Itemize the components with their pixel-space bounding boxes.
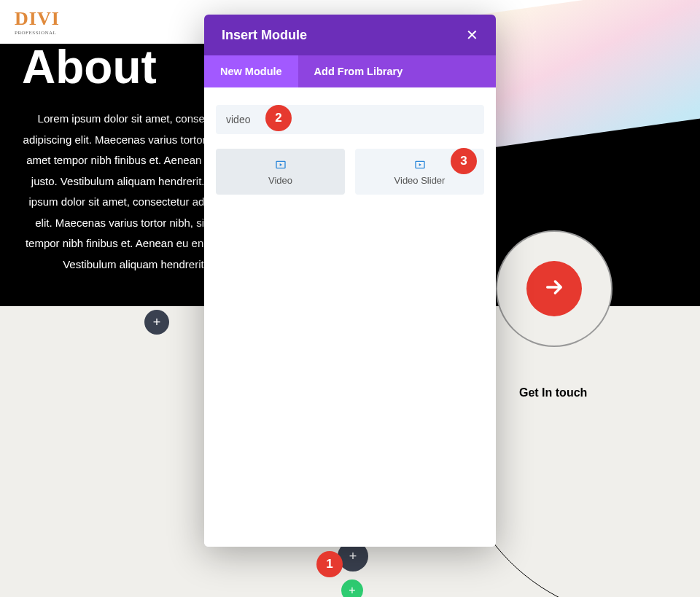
- plus-icon: +: [349, 584, 355, 597]
- tab-new-module[interactable]: New Module: [204, 55, 298, 87]
- module-search-input[interactable]: [216, 105, 484, 134]
- close-icon[interactable]: ✕: [466, 26, 478, 44]
- add-section-button[interactable]: +: [144, 310, 169, 335]
- tab-add-from-library[interactable]: Add From Library: [298, 55, 496, 87]
- play-button[interactable]: [526, 261, 582, 316]
- logo-main: DIVI: [15, 8, 60, 30]
- module-grid: Video Video Slider: [216, 149, 484, 195]
- modal-tabs: New Module Add From Library: [204, 55, 496, 87]
- annotation-marker-3: 3: [451, 148, 477, 174]
- logo[interactable]: DIVI PROFESSIONAL: [15, 8, 60, 36]
- module-video[interactable]: Video: [216, 149, 345, 195]
- module-label: Video Slider: [361, 175, 478, 186]
- annotation-marker-1: 1: [316, 551, 343, 577]
- get-in-touch-label[interactable]: Get In touch: [519, 386, 587, 399]
- annotation-marker-2: 2: [265, 105, 292, 131]
- modal-title: Insert Module: [222, 28, 307, 43]
- insert-module-modal: Insert Module ✕ New Module Add From Libr…: [204, 15, 496, 547]
- plus-icon: +: [153, 315, 161, 330]
- modal-header: Insert Module ✕: [204, 15, 496, 55]
- video-icon: [222, 159, 339, 171]
- plus-icon: +: [349, 549, 357, 564]
- module-label: Video: [222, 175, 339, 186]
- logo-sub: PROFESSIONAL: [15, 30, 56, 36]
- arrow-right-icon: [542, 276, 566, 302]
- play-circle[interactable]: [496, 230, 612, 347]
- add-row-button[interactable]: +: [341, 580, 363, 597]
